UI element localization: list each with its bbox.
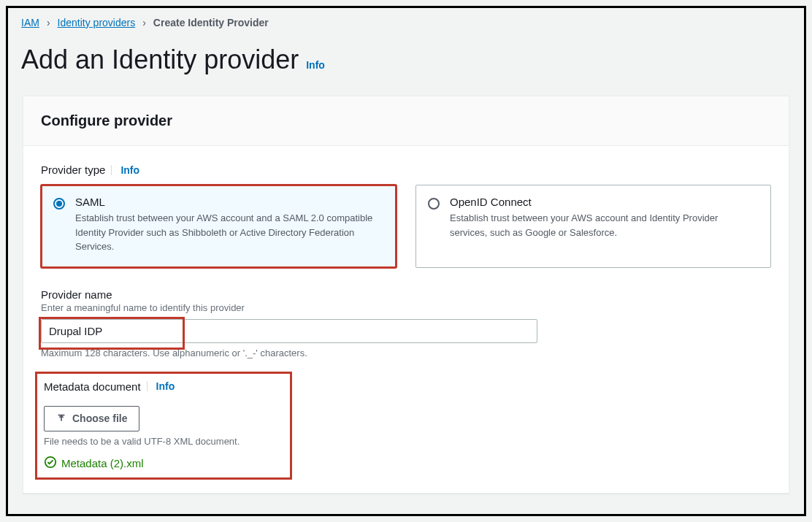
radio-saml-desc: Establish trust between your AWS account… [75, 211, 383, 254]
choose-file-label: Choose file [72, 412, 127, 424]
radio-openid-desc: Establish trust between your AWS account… [450, 211, 757, 239]
breadcrumb: IAM › Identity providers › Create Identi… [21, 17, 791, 28]
radio-saml-title: SAML [75, 196, 383, 208]
metadata-info-link[interactable]: Info [156, 380, 175, 392]
provider-type-openid[interactable]: OpenID Connect Establish trust between y… [415, 185, 771, 268]
radio-openid-title: OpenID Connect [450, 196, 757, 208]
divider [111, 165, 112, 175]
provider-name-hint: Enter a meaningful name to identify this… [41, 302, 771, 313]
uploaded-filename: Metadata (2).xml [61, 457, 144, 469]
provider-type-label: Provider type [41, 164, 105, 176]
breadcrumb-identity-providers[interactable]: Identity providers [58, 17, 136, 28]
provider-name-constraint: Maximum 128 characters. Use alphanumeric… [41, 348, 771, 358]
radio-icon [53, 198, 65, 210]
panel-heading: Configure provider [41, 112, 771, 129]
provider-name-label: Provider name [41, 288, 771, 301]
choose-file-button[interactable]: Choose file [44, 406, 139, 431]
provider-name-input[interactable] [41, 319, 537, 343]
page-title: Add an Identity provider [21, 45, 299, 75]
provider-type-info-link[interactable]: Info [120, 164, 139, 176]
provider-type-saml[interactable]: SAML Establish trust between your AWS ac… [41, 185, 397, 268]
breadcrumb-iam[interactable]: IAM [21, 17, 39, 28]
breadcrumb-current: Create Identity Provider [153, 17, 269, 28]
upload-icon [56, 412, 66, 425]
chevron-right-icon: › [47, 17, 50, 28]
success-check-icon [44, 456, 57, 471]
chevron-right-icon: › [142, 17, 146, 28]
radio-icon [428, 198, 440, 210]
metadata-label: Metadata document [44, 380, 141, 393]
page-info-link[interactable]: Info [306, 59, 325, 71]
metadata-hint: File needs to be a valid UTF-8 XML docum… [44, 436, 240, 447]
configure-provider-panel: Configure provider Provider type Info SA… [23, 96, 789, 494]
divider [147, 381, 148, 391]
